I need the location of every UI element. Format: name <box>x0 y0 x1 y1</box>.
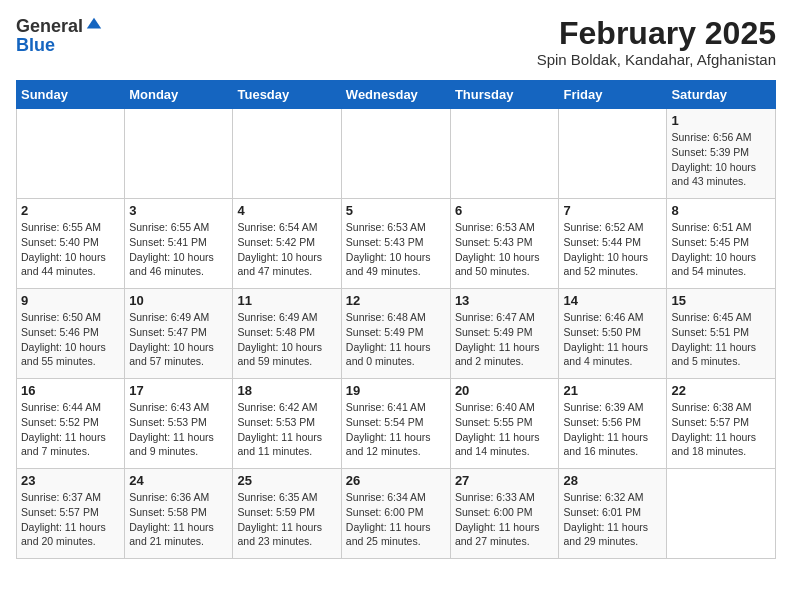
calendar-cell: 2Sunrise: 6:55 AM Sunset: 5:40 PM Daylig… <box>17 199 125 289</box>
calendar-cell: 21Sunrise: 6:39 AM Sunset: 5:56 PM Dayli… <box>559 379 667 469</box>
calendar-cell: 5Sunrise: 6:53 AM Sunset: 5:43 PM Daylig… <box>341 199 450 289</box>
day-number: 7 <box>563 203 662 218</box>
day-info: Sunrise: 6:40 AM Sunset: 5:55 PM Dayligh… <box>455 400 555 459</box>
calendar-cell: 9Sunrise: 6:50 AM Sunset: 5:46 PM Daylig… <box>17 289 125 379</box>
title-block: February 2025 Spin Boldak, Kandahar, Afg… <box>537 16 776 68</box>
day-number: 14 <box>563 293 662 308</box>
day-info: Sunrise: 6:41 AM Sunset: 5:54 PM Dayligh… <box>346 400 446 459</box>
calendar-cell: 27Sunrise: 6:33 AM Sunset: 6:00 PM Dayli… <box>450 469 559 559</box>
calendar-cell: 17Sunrise: 6:43 AM Sunset: 5:53 PM Dayli… <box>125 379 233 469</box>
day-number: 4 <box>237 203 336 218</box>
day-info: Sunrise: 6:49 AM Sunset: 5:48 PM Dayligh… <box>237 310 336 369</box>
weekday-header-friday: Friday <box>559 81 667 109</box>
calendar-week-4: 23Sunrise: 6:37 AM Sunset: 5:57 PM Dayli… <box>17 469 776 559</box>
weekday-header-row: SundayMondayTuesdayWednesdayThursdayFrid… <box>17 81 776 109</box>
day-info: Sunrise: 6:44 AM Sunset: 5:52 PM Dayligh… <box>21 400 120 459</box>
day-info: Sunrise: 6:55 AM Sunset: 5:41 PM Dayligh… <box>129 220 228 279</box>
logo: General Blue <box>16 16 103 55</box>
day-info: Sunrise: 6:47 AM Sunset: 5:49 PM Dayligh… <box>455 310 555 369</box>
day-info: Sunrise: 6:53 AM Sunset: 5:43 PM Dayligh… <box>346 220 446 279</box>
day-info: Sunrise: 6:43 AM Sunset: 5:53 PM Dayligh… <box>129 400 228 459</box>
calendar-cell: 24Sunrise: 6:36 AM Sunset: 5:58 PM Dayli… <box>125 469 233 559</box>
day-number: 27 <box>455 473 555 488</box>
weekday-header-thursday: Thursday <box>450 81 559 109</box>
day-info: Sunrise: 6:49 AM Sunset: 5:47 PM Dayligh… <box>129 310 228 369</box>
day-info: Sunrise: 6:36 AM Sunset: 5:58 PM Dayligh… <box>129 490 228 549</box>
calendar-cell <box>559 109 667 199</box>
day-info: Sunrise: 6:42 AM Sunset: 5:53 PM Dayligh… <box>237 400 336 459</box>
day-info: Sunrise: 6:38 AM Sunset: 5:57 PM Dayligh… <box>671 400 771 459</box>
calendar-cell: 13Sunrise: 6:47 AM Sunset: 5:49 PM Dayli… <box>450 289 559 379</box>
day-number: 23 <box>21 473 120 488</box>
day-number: 19 <box>346 383 446 398</box>
calendar-table: SundayMondayTuesdayWednesdayThursdayFrid… <box>16 80 776 559</box>
svg-marker-0 <box>87 18 101 29</box>
calendar-cell: 10Sunrise: 6:49 AM Sunset: 5:47 PM Dayli… <box>125 289 233 379</box>
day-number: 10 <box>129 293 228 308</box>
day-info: Sunrise: 6:52 AM Sunset: 5:44 PM Dayligh… <box>563 220 662 279</box>
day-info: Sunrise: 6:39 AM Sunset: 5:56 PM Dayligh… <box>563 400 662 459</box>
calendar-week-0: 1Sunrise: 6:56 AM Sunset: 5:39 PM Daylig… <box>17 109 776 199</box>
calendar-cell: 20Sunrise: 6:40 AM Sunset: 5:55 PM Dayli… <box>450 379 559 469</box>
calendar-cell <box>667 469 776 559</box>
calendar-week-3: 16Sunrise: 6:44 AM Sunset: 5:52 PM Dayli… <box>17 379 776 469</box>
day-info: Sunrise: 6:55 AM Sunset: 5:40 PM Dayligh… <box>21 220 120 279</box>
calendar-cell: 16Sunrise: 6:44 AM Sunset: 5:52 PM Dayli… <box>17 379 125 469</box>
calendar-week-2: 9Sunrise: 6:50 AM Sunset: 5:46 PM Daylig… <box>17 289 776 379</box>
day-number: 5 <box>346 203 446 218</box>
day-number: 1 <box>671 113 771 128</box>
calendar-cell <box>341 109 450 199</box>
page-subtitle: Spin Boldak, Kandahar, Afghanistan <box>537 51 776 68</box>
calendar-cell: 7Sunrise: 6:52 AM Sunset: 5:44 PM Daylig… <box>559 199 667 289</box>
day-info: Sunrise: 6:45 AM Sunset: 5:51 PM Dayligh… <box>671 310 771 369</box>
logo-blue-text: Blue <box>16 35 55 55</box>
calendar-cell: 6Sunrise: 6:53 AM Sunset: 5:43 PM Daylig… <box>450 199 559 289</box>
day-number: 9 <box>21 293 120 308</box>
day-number: 11 <box>237 293 336 308</box>
calendar-cell: 23Sunrise: 6:37 AM Sunset: 5:57 PM Dayli… <box>17 469 125 559</box>
day-info: Sunrise: 6:35 AM Sunset: 5:59 PM Dayligh… <box>237 490 336 549</box>
day-number: 17 <box>129 383 228 398</box>
day-number: 25 <box>237 473 336 488</box>
day-number: 18 <box>237 383 336 398</box>
day-info: Sunrise: 6:33 AM Sunset: 6:00 PM Dayligh… <box>455 490 555 549</box>
day-number: 6 <box>455 203 555 218</box>
calendar-cell: 11Sunrise: 6:49 AM Sunset: 5:48 PM Dayli… <box>233 289 341 379</box>
calendar-body: 1Sunrise: 6:56 AM Sunset: 5:39 PM Daylig… <box>17 109 776 559</box>
page-header: General Blue February 2025 Spin Boldak, … <box>16 16 776 68</box>
day-number: 28 <box>563 473 662 488</box>
weekday-header-tuesday: Tuesday <box>233 81 341 109</box>
day-number: 2 <box>21 203 120 218</box>
calendar-cell <box>125 109 233 199</box>
day-info: Sunrise: 6:37 AM Sunset: 5:57 PM Dayligh… <box>21 490 120 549</box>
calendar-cell: 4Sunrise: 6:54 AM Sunset: 5:42 PM Daylig… <box>233 199 341 289</box>
calendar-cell <box>233 109 341 199</box>
logo-general-text: General <box>16 17 83 35</box>
calendar-cell: 22Sunrise: 6:38 AM Sunset: 5:57 PM Dayli… <box>667 379 776 469</box>
calendar-cell: 25Sunrise: 6:35 AM Sunset: 5:59 PM Dayli… <box>233 469 341 559</box>
day-info: Sunrise: 6:54 AM Sunset: 5:42 PM Dayligh… <box>237 220 336 279</box>
day-info: Sunrise: 6:56 AM Sunset: 5:39 PM Dayligh… <box>671 130 771 189</box>
day-number: 26 <box>346 473 446 488</box>
weekday-header-sunday: Sunday <box>17 81 125 109</box>
day-number: 12 <box>346 293 446 308</box>
day-info: Sunrise: 6:53 AM Sunset: 5:43 PM Dayligh… <box>455 220 555 279</box>
day-number: 8 <box>671 203 771 218</box>
day-number: 21 <box>563 383 662 398</box>
calendar-cell: 15Sunrise: 6:45 AM Sunset: 5:51 PM Dayli… <box>667 289 776 379</box>
weekday-header-monday: Monday <box>125 81 233 109</box>
calendar-cell: 1Sunrise: 6:56 AM Sunset: 5:39 PM Daylig… <box>667 109 776 199</box>
calendar-cell: 26Sunrise: 6:34 AM Sunset: 6:00 PM Dayli… <box>341 469 450 559</box>
calendar-cell: 8Sunrise: 6:51 AM Sunset: 5:45 PM Daylig… <box>667 199 776 289</box>
day-number: 16 <box>21 383 120 398</box>
page-title: February 2025 <box>537 16 776 51</box>
day-number: 24 <box>129 473 228 488</box>
day-info: Sunrise: 6:32 AM Sunset: 6:01 PM Dayligh… <box>563 490 662 549</box>
weekday-header-wednesday: Wednesday <box>341 81 450 109</box>
day-number: 3 <box>129 203 228 218</box>
day-number: 22 <box>671 383 771 398</box>
day-info: Sunrise: 6:50 AM Sunset: 5:46 PM Dayligh… <box>21 310 120 369</box>
calendar-cell <box>450 109 559 199</box>
day-info: Sunrise: 6:46 AM Sunset: 5:50 PM Dayligh… <box>563 310 662 369</box>
calendar-cell: 18Sunrise: 6:42 AM Sunset: 5:53 PM Dayli… <box>233 379 341 469</box>
